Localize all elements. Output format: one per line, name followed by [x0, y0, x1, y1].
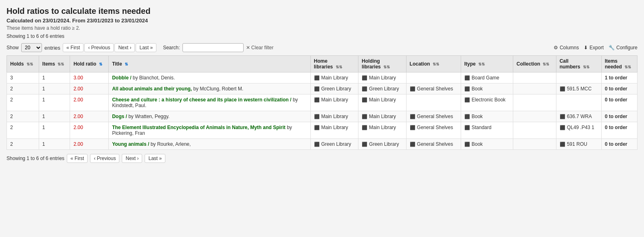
bottom-bar: Showing 1 to 6 of 6 entries « First ‹ Pr… [7, 154, 637, 163]
table-row: 212.00The Element Illustrated Encycloped… [7, 122, 637, 139]
home-lib-name: Main Library [321, 114, 348, 119]
previous-button-bottom[interactable]: ‹ Previous [90, 154, 119, 163]
call-num-icon: ⬛ [560, 86, 565, 92]
first-button-bottom[interactable]: « First [67, 154, 88, 163]
col-home-libraries[interactable]: Homelibraries ⇅ [310, 56, 358, 72]
location-icon: ⬛ [410, 142, 415, 147]
export-label: Export [589, 45, 604, 50]
title-link[interactable]: Dogs / [112, 114, 127, 119]
call-num-icon: ⬛ [560, 125, 565, 130]
col-holding-libraries[interactable]: Holdinglibraries ⇅ [358, 56, 407, 72]
columns-button[interactable]: ⚙ Columns [554, 45, 579, 50]
cell-holding-library: ⬛Green Library [358, 139, 407, 150]
title-link[interactable]: Cheese and culture : a history of cheese… [112, 97, 291, 103]
next-button-bottom[interactable]: Next › [122, 154, 142, 163]
itype-icon: ⬛ [464, 125, 470, 130]
itype-sort-icon: ⇅ [478, 62, 485, 66]
previous-button-top[interactable]: ‹ Previous [84, 43, 114, 52]
holds-sort-icon: ⇅ [26, 62, 33, 66]
title-link[interactable]: All about animals and their young, [112, 86, 192, 92]
subtitle: Calculated on 23/01/2024. From 23/01/202… [7, 18, 637, 24]
cell-location: ⬛General Shelves [406, 139, 461, 150]
home-lib-sort-icon: ⇅ [336, 65, 342, 69]
col-location[interactable]: Location ⇅ [406, 56, 461, 72]
cell-location [406, 94, 461, 111]
cell-title: Cheese and culture : a history of cheese… [109, 94, 310, 111]
items-needed-value: 0 to order [605, 97, 627, 103]
col-title[interactable]: Title [109, 56, 310, 72]
cell-hold-ratio: 2.00 [70, 94, 109, 111]
title-author: by Wratten, Peggy. [127, 114, 169, 119]
cell-collection [513, 111, 556, 122]
table-row: 212.00All about animals and their young,… [7, 83, 637, 94]
home-lib-icon: ⬛ [314, 142, 320, 147]
holding-lib-icon: ⬛ [362, 97, 367, 103]
collection-sort-icon: ⇅ [543, 62, 549, 66]
cell-collection [513, 83, 556, 94]
last-button-top[interactable]: Last » [136, 43, 156, 52]
home-lib-name: Green Library [321, 141, 351, 147]
itype-name: Board Game [472, 75, 499, 81]
cell-items: 1 [39, 139, 70, 150]
home-lib-name: Main Library [321, 75, 348, 81]
col-holds[interactable]: Holds ⇅ [7, 56, 39, 72]
title-author: by Rourke, Arlene, [149, 141, 191, 147]
cell-home-library: ⬛Main Library [310, 111, 358, 122]
cell-holds: 2 [7, 122, 39, 139]
search-input[interactable] [182, 43, 244, 52]
home-lib-icon: ⬛ [314, 114, 320, 119]
col-itype[interactable]: Itype ⇅ [461, 56, 513, 72]
cell-items: 1 [39, 122, 70, 139]
cell-items-needed: 0 to order [601, 94, 637, 111]
call-num-value: 591.5 MCC [567, 86, 592, 92]
title-link[interactable]: Dobble / [112, 75, 131, 81]
location-sort-icon: ⇅ [433, 62, 439, 66]
table-row: 313.00Dobble / by Blanchot, Denis.⬛Main … [7, 72, 637, 83]
export-button[interactable]: ⬇ Export [584, 45, 604, 50]
home-lib-icon: ⬛ [314, 75, 320, 81]
cell-itype: ⬛Board Game [461, 72, 513, 83]
col-items[interactable]: Items ⇅ [39, 56, 70, 72]
cell-items-needed: 0 to order [601, 139, 637, 150]
last-button-bottom[interactable]: Last » [145, 154, 165, 163]
cell-hold-ratio: 2.00 [70, 122, 109, 139]
col-call-numbers[interactable]: Callnumbers ⇅ [556, 56, 601, 72]
title-link[interactable]: The Element Illustrated Encyclopedia of … [112, 125, 286, 130]
next-button-top[interactable]: Next › [114, 43, 135, 52]
title-sort-icon [125, 62, 128, 66]
cell-items-needed: 1 to order [601, 72, 637, 83]
table-body: 313.00Dobble / by Blanchot, Denis.⬛Main … [7, 72, 637, 150]
holding-lib-icon: ⬛ [362, 125, 367, 130]
cell-call-numbers: ⬛636.7 WRA [556, 111, 601, 122]
first-button-top[interactable]: « First [63, 43, 84, 52]
holding-lib-icon: ⬛ [362, 142, 367, 147]
cell-itype: ⬛Standard [461, 122, 513, 139]
cell-collection [513, 122, 556, 139]
cell-itype: ⬛Book [461, 111, 513, 122]
title-link[interactable]: Young animals / [112, 141, 149, 147]
itype-name: Standard [472, 125, 492, 130]
holding-lib-sort-icon: ⇅ [383, 65, 390, 69]
configure-button[interactable]: 🔧 Configure [609, 45, 637, 50]
clear-filter-button[interactable]: ✕ Clear filter [246, 45, 274, 50]
cell-holding-library: ⬛Main Library [358, 72, 407, 83]
cell-holds: 2 [7, 83, 39, 94]
description: These items have a hold ratio ≥ 2. [7, 25, 637, 31]
holding-lib-name: Main Library [369, 114, 396, 119]
col-items-needed[interactable]: Itemsneeded ⇅ [601, 56, 637, 72]
items-needed-sort-icon: ⇅ [624, 65, 631, 69]
cell-home-library: ⬛Main Library [310, 94, 358, 111]
cell-holds: 2 [7, 139, 39, 150]
wrench-icon: 🔧 [609, 45, 615, 50]
holding-lib-icon: ⬛ [362, 114, 367, 119]
show-label: Show [7, 45, 19, 50]
itype-name: Book [472, 141, 483, 147]
col-hold-ratio[interactable]: Hold ratio [70, 56, 109, 72]
show-select[interactable]: 10 20 50 100 [21, 43, 42, 52]
call-num-sort-icon: ⇅ [583, 65, 589, 69]
table-header-row: Holds ⇅ Items ⇅ Hold ratio Title Homelib… [7, 56, 637, 72]
columns-label: Columns [560, 45, 579, 50]
cell-location: ⬛General Shelves [406, 122, 461, 139]
col-collection[interactable]: Collection ⇅ [513, 56, 556, 72]
items-needed-value: 1 to order [605, 75, 627, 81]
